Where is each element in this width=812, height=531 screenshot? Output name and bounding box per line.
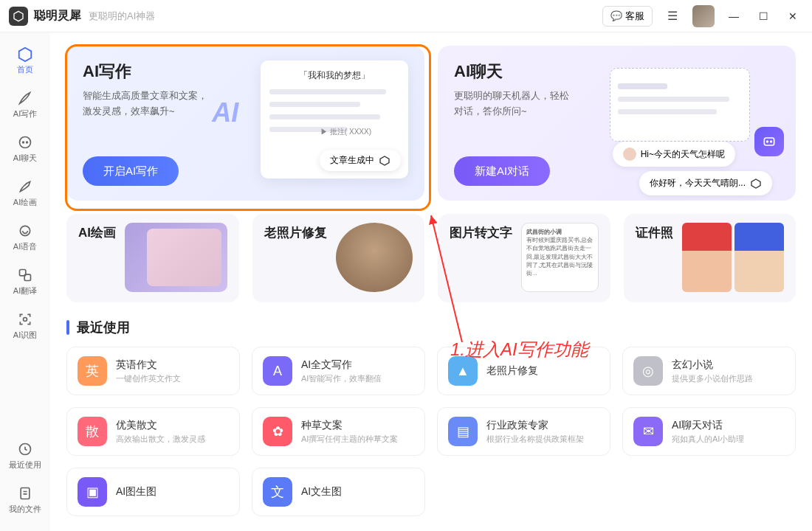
svg-point-5 <box>20 226 30 235</box>
doc-title: 「我和我的梦想」 <box>269 69 399 82</box>
minimize-button[interactable]: — <box>723 6 744 27</box>
home-icon <box>17 46 33 62</box>
recent-desc: AI撰写任何主题的种草文案 <box>301 434 398 445</box>
recent-icon: ◎ <box>633 356 663 386</box>
hero-writing-card[interactable]: AI写作 智能生成高质量文章和文案，激发灵感，效率飙升~ 开启AI写作 AI 「… <box>66 46 424 201</box>
recent-grid: 英 英语作文 一键创作英文作文A AI全文写作 AI智能写作，效率翻倍▲ 老照片… <box>66 347 796 516</box>
ai-badge: AI <box>212 97 238 128</box>
service-button[interactable]: 💬 客服 <box>602 6 653 27</box>
chat-icon <box>17 134 33 150</box>
sidebar-item-label: 我的文件 <box>9 504 41 515</box>
recent-card[interactable]: 英 英语作文 一键创作英文作文 <box>66 347 240 395</box>
bubble-avatar-icon <box>623 148 636 161</box>
svg-point-4 <box>27 142 28 143</box>
svg-point-2 <box>20 137 31 148</box>
start-writing-button[interactable]: 开启AI写作 <box>83 156 179 186</box>
app-name: 聪明灵犀 <box>34 8 81 24</box>
tool-thumb <box>682 223 785 292</box>
tool-title: 图片转文字 <box>450 224 512 241</box>
hero-desc: 智能生成高质量文章和文案，激发灵感，效率飙升~ <box>83 88 219 119</box>
recent-card[interactable]: 文 AI文生图 <box>252 468 425 516</box>
tool-ocr[interactable]: 图片转文字 武昌街的小调有时候到重庆路买书,总会不自觉地跑武昌街去走一回,最近发… <box>438 214 610 302</box>
hero-desc: 更聪明的聊天机器人，轻松对话，答你所问~ <box>454 88 591 119</box>
recent-title: 老照片修复 <box>486 364 538 378</box>
hero-chat-card[interactable]: AI聊天 更聪明的聊天机器人，轻松对话，答你所问~ 新建AI对话 <box>438 46 796 201</box>
chat-bubble: 你好呀，今天天气晴朗... <box>639 171 772 195</box>
svg-rect-12 <box>764 138 774 145</box>
recent-icon: 文 <box>263 477 292 507</box>
svg-point-8 <box>24 318 27 322</box>
hero-title: AI写作 <box>83 60 219 83</box>
maximize-button[interactable]: ☐ <box>753 6 774 27</box>
recent-title: AI聊天对话 <box>672 419 744 432</box>
file-icon <box>17 485 33 502</box>
recent-card[interactable]: ▲ 老照片修复 <box>437 347 610 395</box>
recent-title: 英语作文 <box>116 358 181 372</box>
section-title: 最近使用 <box>77 319 130 336</box>
recent-title: 玄幻小说 <box>672 358 753 372</box>
sidebar-item-files[interactable]: 我的文件 <box>4 479 46 521</box>
scan-icon <box>17 311 33 327</box>
sidebar-item-label: AI语音 <box>13 241 37 252</box>
recent-icon: ✉ <box>633 417 663 446</box>
recent-desc: 提供更多小说创作思路 <box>672 373 753 384</box>
svg-marker-0 <box>14 11 23 21</box>
recent-card[interactable]: ▣ AI图生图 <box>66 468 240 516</box>
sidebar-item-translate[interactable]: AI翻译 <box>4 261 46 302</box>
tool-thumb <box>336 223 413 292</box>
logo-icon <box>9 7 28 26</box>
sidebar-item-paint[interactable]: AI绘画 <box>4 173 46 214</box>
tool-thumb: 武昌街的小调有时候到重庆路买书,总会不自觉地跑武昌街去走一回,最近发现武昌街大大… <box>521 223 599 292</box>
sidebar-item-writing[interactable]: AI写作 <box>4 84 46 125</box>
sidebar: 首页 AI写作 AI聊天 AI绘画 AI语音 AI翻译 AI识图 最 <box>0 32 50 531</box>
recent-icon: ▤ <box>448 417 478 446</box>
recent-title: AI图生图 <box>116 485 156 499</box>
tool-ai-paint[interactable]: AI绘画 <box>66 214 239 302</box>
sidebar-item-home[interactable]: 首页 <box>4 40 46 81</box>
tool-id-photo[interactable]: 证件照 <box>624 214 796 302</box>
recent-card[interactable]: ✉ AI聊天对话 宛如真人的AI小助理 <box>622 407 796 456</box>
sidebar-item-voice[interactable]: AI语音 <box>4 217 46 258</box>
new-chat-button[interactable]: 新建AI对话 <box>454 156 550 186</box>
recent-desc: 根据行业名称提供政策框架 <box>486 434 584 445</box>
hero-title: AI聊天 <box>454 60 591 83</box>
svg-point-13 <box>767 141 768 142</box>
chat-fab-icon <box>754 127 784 156</box>
section-bar-icon <box>66 320 69 335</box>
close-button[interactable]: ✕ <box>782 6 803 27</box>
svg-marker-1 <box>19 48 32 61</box>
tool-title: 证件照 <box>636 224 673 241</box>
recent-card[interactable]: ▤ 行业政策专家 根据行业名称提供政策框架 <box>437 407 610 456</box>
sidebar-item-scan[interactable]: AI识图 <box>4 305 46 347</box>
translate-icon <box>17 267 33 283</box>
recent-icon: 散 <box>78 417 107 446</box>
tool-title: AI绘画 <box>78 224 116 241</box>
recent-card[interactable]: ◎ 玄幻小说 提供更多小说创作思路 <box>622 347 796 395</box>
sidebar-item-recent[interactable]: 最近使用 <box>4 435 46 476</box>
tool-photo-restore[interactable]: 老照片修复 <box>252 214 425 302</box>
avatar[interactable] <box>692 5 715 27</box>
sidebar-item-label: AI聊天 <box>13 153 37 164</box>
doc-mock: 「我和我的梦想」 ▶ 批注( XXXX) 文章生成中 <box>261 60 408 178</box>
pen-icon <box>17 90 33 106</box>
sidebar-item-label: AI识图 <box>13 330 37 341</box>
recent-card[interactable]: A AI全文写作 AI智能写作，效率翻倍 <box>252 347 425 395</box>
sidebar-item-label: AI翻译 <box>13 285 37 296</box>
recent-card[interactable]: ✿ 种草文案 AI撰写任何主题的种草文案 <box>252 407 425 456</box>
recent-desc: 高效输出散文，激发灵感 <box>116 434 205 445</box>
recent-icon: ▲ <box>448 356 478 386</box>
tool-thumb <box>125 223 227 292</box>
svg-point-3 <box>23 142 24 143</box>
sidebar-item-label: 最近使用 <box>9 459 41 471</box>
main-content: AI写作 智能生成高质量文章和文案，激发灵感，效率飙升~ 开启AI写作 AI 「… <box>50 32 812 531</box>
voice-icon <box>17 223 33 239</box>
sidebar-item-label: 首页 <box>17 64 33 75</box>
recent-title: AI文生图 <box>301 485 342 499</box>
clock-icon <box>17 441 33 457</box>
sidebar-item-chat[interactable]: AI聊天 <box>4 128 46 170</box>
recent-title: 种草文案 <box>301 419 398 432</box>
svg-marker-15 <box>751 179 760 188</box>
titlebar: 聪明灵犀 更聪明的AI神器 💬 客服 ☰ — ☐ ✕ <box>0 0 812 32</box>
recent-card[interactable]: 散 优美散文 高效输出散文，激发灵感 <box>66 407 240 456</box>
menu-icon[interactable]: ☰ <box>661 5 684 27</box>
